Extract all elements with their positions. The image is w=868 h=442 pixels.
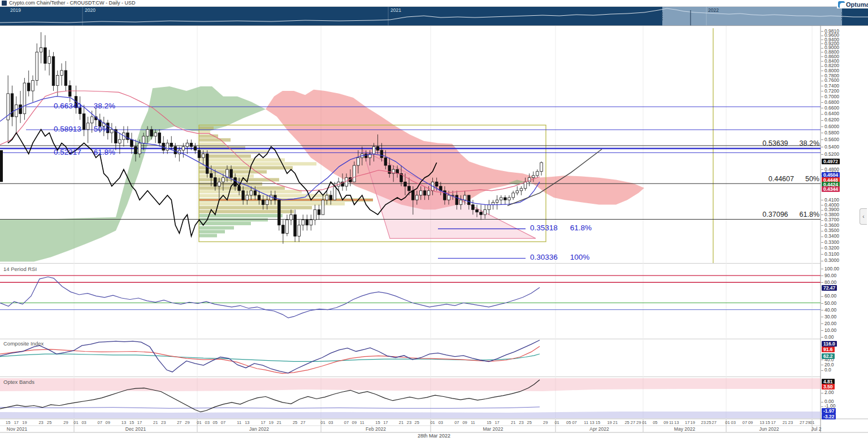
price-axis-tick: 0.3400 (821, 234, 839, 239)
price-axis-tick: 0.6000 (821, 124, 839, 129)
day-label: 19 (607, 420, 611, 425)
day-label: 21 (783, 420, 787, 425)
day-label: 19 (691, 420, 695, 425)
fib-left-61.8%: 0.5231761.8% (54, 148, 115, 156)
day-label: 23 (407, 420, 411, 425)
rsi-axis-tick: 50.00 (821, 301, 836, 306)
optex-axis-tick: 2.00 (821, 390, 834, 395)
price-axis-tick: 0.3600 (821, 223, 839, 228)
day-label: 27 (631, 420, 635, 425)
month-label: Jan 2022 (249, 426, 269, 432)
day-label: 25 (293, 420, 297, 425)
day-label: 09 (748, 420, 753, 425)
day-label: 13 (589, 420, 594, 425)
day-label: 15 (487, 420, 491, 425)
day-label: 21 (511, 420, 515, 425)
optuma-logo-text: Optuma (846, 1, 868, 8)
day-label: 29 (63, 420, 68, 425)
day-label: 13 (245, 420, 249, 425)
day-label: 09 (462, 420, 467, 425)
price-badge-0.4344: 0.4344 (822, 186, 840, 192)
price-axis-tick: 0.5800 (821, 130, 839, 135)
day-label: 05 (213, 420, 218, 425)
day-label: 23 (161, 420, 166, 425)
month-label: Jul 2 (811, 426, 822, 432)
fib-mid-61.8%: 0.3531861.8% (530, 224, 592, 232)
chart-title: Crypto.com Chain/Tether - CROUSDT:CW - D… (9, 0, 136, 6)
day-label: 17 (685, 420, 689, 425)
axis-collapse-button[interactable]: ‹ (860, 208, 867, 225)
day-label: 07 (743, 420, 747, 425)
day-label: 13 (674, 420, 679, 425)
optex-badge: -1.97 (822, 408, 836, 414)
price-axis-tick: 0.7000 (821, 94, 839, 99)
day-label: 11 (237, 420, 241, 425)
rsi-axis-tick: 30.00 (821, 314, 836, 320)
rsi-badge: 72.47 (822, 285, 837, 291)
optuma-logo-icon (838, 1, 845, 8)
price-axis-tick: 0.3100 (821, 252, 839, 257)
fib-right-61.8%: 0.3709661.8% (762, 211, 819, 218)
month-label: Mar 2022 (483, 426, 504, 432)
footer-date: 28th Mar 2022 (0, 433, 868, 439)
day-label: 15 (375, 420, 380, 425)
day-label: 03 (439, 420, 443, 425)
optex-panel-label: Optex Bands (3, 379, 34, 385)
rsi-axis-tick: 100.00 (821, 266, 839, 272)
day-label: 01 (430, 420, 435, 425)
optex-badge: 3.50 (822, 384, 835, 390)
chart-canvas[interactable] (0, 0, 868, 442)
instrument-icon (2, 1, 7, 6)
day-label: 13 (121, 420, 126, 425)
day-label: 05 (653, 420, 657, 425)
day-label: 25 (706, 420, 711, 425)
price-axis-tick: 0.3000 (821, 258, 839, 263)
day-label: 01 (554, 420, 559, 425)
day-label: 15 (6, 420, 10, 425)
fib-right-38.2%: 0.5363938.2% (762, 139, 819, 147)
price-axis-tick: 0.6600 (821, 106, 839, 111)
day-label: 21 (153, 420, 158, 425)
day-label: 05 (566, 420, 571, 425)
day-label: 01 (320, 420, 325, 425)
composite-axis-tick: 0.0 (821, 367, 831, 373)
price-axis-tick: 0.5600 (821, 137, 839, 142)
day-label: 07 (572, 420, 576, 425)
price-axis-tick: 0.3500 (821, 228, 839, 233)
day-label: 17 (494, 420, 499, 425)
month-label: May 2022 (674, 426, 695, 432)
day-label: 07 (454, 420, 459, 425)
day-label: 11 (584, 420, 588, 425)
optex-badge: -3.22 (822, 414, 836, 419)
day-label: 23 (519, 420, 523, 425)
day-label: 19 (22, 420, 27, 425)
day-label: 27 (711, 420, 716, 425)
day-label: 29 (543, 420, 548, 425)
day-label: 09 (663, 420, 668, 425)
day-label: 23 (38, 420, 43, 425)
day-label: 17 (771, 420, 775, 425)
day-label: 07 (98, 420, 102, 425)
day-label: 01 (810, 420, 814, 425)
rsi-axis-tick: 0.00 (821, 335, 834, 340)
day-label: 21 (399, 420, 403, 425)
price-axis-tick: 0.6800 (821, 100, 839, 105)
nav-year-2021: 2021 (390, 7, 401, 13)
rsi-axis-tick: 90.00 (821, 273, 836, 278)
fib-right-50%: 0.4460750% (769, 175, 819, 183)
day-label: 17 (261, 420, 265, 425)
price-axis-tick: 0.5400 (821, 145, 839, 150)
day-label: 01 (73, 420, 78, 425)
price-axis-tick: 0.6200 (821, 117, 839, 122)
day-label: 27 (301, 420, 305, 425)
rsi-axis-tick: 40.00 (821, 308, 836, 313)
day-label: 27 (177, 420, 181, 425)
day-label: 11 (360, 420, 364, 425)
day-label: 07 (344, 420, 349, 425)
day-label: 17 (383, 420, 388, 425)
day-label: 25 (47, 420, 51, 425)
nav-selection[interactable] (662, 7, 842, 25)
month-label: Dec 2021 (125, 426, 146, 432)
price-axis-tick: 0.7200 (821, 89, 839, 94)
day-label: 03 (205, 420, 209, 425)
